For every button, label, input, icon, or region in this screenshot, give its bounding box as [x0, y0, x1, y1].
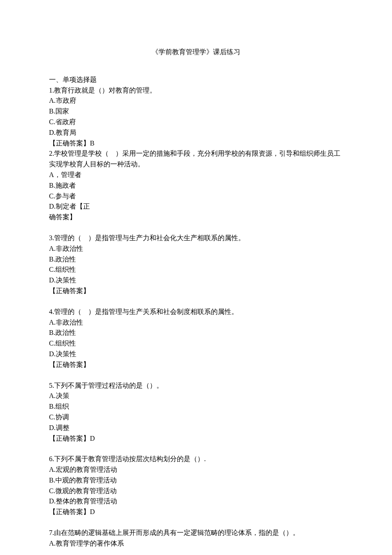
question-option: D.决策性	[49, 275, 343, 286]
question-stem: 5.下列不属于管理过程活动的是（）。	[49, 381, 343, 391]
question-answer: 【正确答案】	[49, 360, 343, 370]
question-option: B.施政者	[49, 180, 343, 191]
question-stem: 4.管理的（ ）是指管理与生产关系和社会制度相联系的属性。	[49, 307, 343, 317]
question-option: A.非政治性	[49, 317, 343, 328]
question-option: D.整体的教育管理活动	[49, 496, 343, 507]
question-block: 5.下列不属于管理过程活动的是（）。A.决策B.组织C.协调D.调整【正确答案】…	[49, 381, 343, 444]
question-option: 确答案】	[49, 212, 343, 223]
question-stem: 6.下列不属于教育管理活动按层次结构划分的是（）.	[49, 454, 343, 465]
questions-container: 1.教育行政就是（）对教育的管理。A.市政府B.国家C.省政府D.教育局【正确答…	[49, 85, 343, 549]
question-option: B.国家	[49, 106, 343, 117]
question-block: 7.由在范畴的逻辑基础上展开而形成的具有一定逻辑范畴的理论体系，指的是（）。A.…	[49, 528, 343, 549]
question-option: B.政治性	[49, 254, 343, 265]
question-block: 4.管理的（ ）是指管理与生产关系和社会制度相联系的属性。A.非政治性B.政治性…	[49, 307, 343, 370]
question-option: C.组织性	[49, 338, 343, 349]
question-option: A.宏观的教育管理活动	[49, 465, 343, 475]
question-option: B.政治性	[49, 328, 343, 338]
question-option: D.教育局	[49, 128, 343, 138]
question-stem: 3.管理的（ ）是指管理与生产力和社会化大生产相联系的属性。	[49, 233, 343, 244]
question-answer: 【正确答案】B	[49, 138, 343, 149]
question-option: A.非政治性	[49, 244, 343, 254]
question-block: 1.教育行政就是（）对教育的管理。A.市政府B.国家C.省政府D.教育局【正确答…	[49, 85, 343, 149]
question-answer: 【正确答案】	[49, 286, 343, 296]
section-heading: 一、单项选择题	[49, 75, 343, 85]
page-title: 《学前教育管理学》课后练习	[49, 47, 343, 58]
question-option: C.省政府	[49, 117, 343, 128]
question-stem: 1.教育行政就是（）对教育的管理。	[49, 85, 343, 96]
question-option: B.中观的教育管理活动	[49, 475, 343, 486]
question-block: 2.学校管理是学校（ ）采用一定的措施和手段，充分利用学校的有限资源，引导和组织…	[49, 148, 343, 223]
question-option: C.协调	[49, 412, 343, 423]
question-option: D.决策性	[49, 349, 343, 360]
question-option: B.组织	[49, 401, 343, 412]
question-answer: 【正确答案】D	[49, 433, 343, 444]
question-option: C.参与者	[49, 191, 343, 202]
question-option: A.市政府	[49, 96, 343, 106]
question-option: C.组织性	[49, 264, 343, 275]
question-option: D.制定者【正	[49, 201, 343, 212]
question-option: D.调整	[49, 423, 343, 433]
question-option: C.微观的教育管理活动	[49, 486, 343, 497]
question-option: A.教育管理学的著作体系	[49, 538, 343, 549]
question-answer: 【正确答案】D	[49, 507, 343, 517]
question-block: 3.管理的（ ）是指管理与生产力和社会化大生产相联系的属性。A.非政治性B.政治…	[49, 233, 343, 296]
question-stem: 7.由在范畴的逻辑基础上展开而形成的具有一定逻辑范畴的理论体系，指的是（）。	[49, 528, 343, 538]
question-block: 6.下列不属于教育管理活动按层次结构划分的是（）.A.宏观的教育管理活动B.中观…	[49, 454, 343, 517]
question-option: A，管理者	[49, 170, 343, 180]
question-option: A.决策	[49, 391, 343, 401]
question-stem: 2.学校管理是学校（ ）采用一定的措施和手段，充分利用学校的有限资源，引导和组织…	[49, 148, 343, 170]
